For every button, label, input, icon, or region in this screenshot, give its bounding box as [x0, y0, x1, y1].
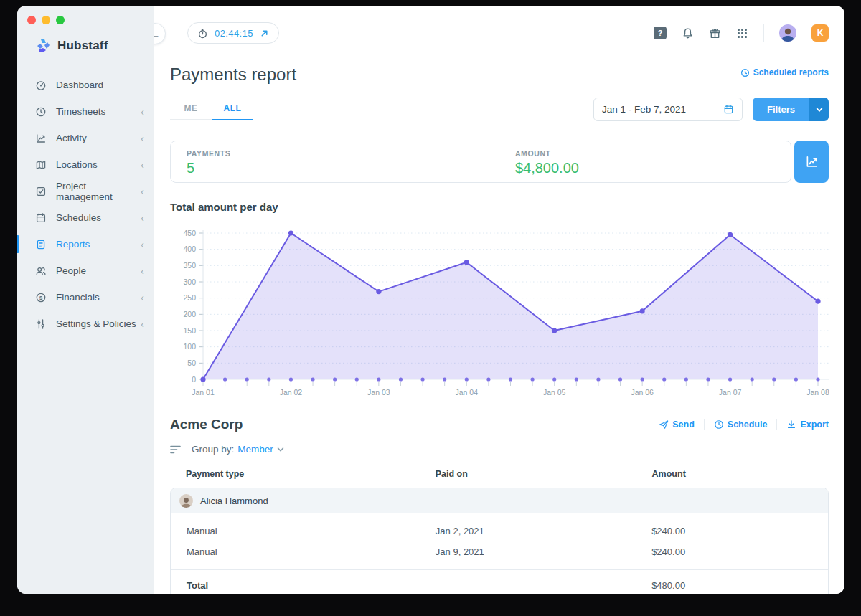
member-avatar [179, 494, 193, 508]
sidebar-item-label: Settings & Policies [56, 318, 136, 329]
brand-logo[interactable]: Hubstaff [17, 24, 154, 55]
reports-icon [35, 239, 47, 250]
chevron-left-icon: ‹ [141, 239, 144, 250]
locations-icon [35, 159, 47, 171]
table-header-row: Payment type Paid on Amount [170, 469, 829, 479]
amount-value: $4,800.00 [515, 160, 579, 176]
topbar-divider [763, 24, 764, 42]
sidebar-item-financials[interactable]: $ Financials ‹ [17, 284, 154, 311]
send-button[interactable]: Send [659, 420, 695, 430]
svg-text:Jan 01: Jan 01 [192, 388, 215, 397]
actions-divider [704, 419, 705, 430]
chart-title: Total amount per day [170, 201, 829, 213]
member-name: Alicia Hammond [200, 496, 268, 506]
svg-text:400: 400 [183, 245, 196, 253]
svg-text:Jan 04: Jan 04 [456, 388, 479, 397]
total-row: Total $480.00 [171, 570, 828, 594]
sidebar-item-dashboard[interactable]: Dashboard [17, 72, 154, 98]
sidebar-item-label: Schedules [56, 212, 101, 223]
actions-divider [776, 419, 777, 430]
apps-grid-icon[interactable] [736, 27, 748, 39]
svg-text:Jan 07: Jan 07 [719, 388, 742, 397]
people-icon [35, 265, 47, 277]
activity-icon [35, 133, 47, 144]
total-label: Total [187, 580, 436, 591]
payments-table: Alicia Hammond Manual Jan 2, 2021 $240.0… [170, 488, 829, 594]
payments-chart[interactable]: 050100150200250300350400450Jan 01Jan 02J… [170, 220, 829, 401]
organization-badge[interactable]: K [811, 24, 829, 42]
group-by-row: Group by: Member [170, 444, 829, 455]
column-header-amount: Amount [652, 469, 829, 479]
svg-text:450: 450 [183, 229, 196, 237]
line-chart-icon [805, 155, 819, 169]
cell-amount: $240.00 [651, 546, 828, 557]
chevron-left-icon: ‹ [141, 212, 144, 223]
table-row[interactable]: Manual Jan 9, 2021 $240.00 [171, 541, 828, 562]
sidebar-item-locations[interactable]: Locations ‹ [17, 151, 154, 178]
payments-value: 5 [187, 160, 499, 176]
svg-text:200: 200 [183, 310, 196, 318]
total-value: $480.00 [651, 580, 828, 591]
group-header-row[interactable]: Alicia Hammond [171, 488, 828, 513]
export-button[interactable]: Export [786, 420, 829, 430]
date-range-picker[interactable]: Jan 1 - Feb 7, 2021 [593, 98, 743, 121]
svg-text:$: $ [39, 294, 43, 300]
amount-label: AMOUNT [515, 149, 579, 158]
sidebar-item-activity[interactable]: Activity ‹ [17, 125, 154, 151]
financials-icon: $ [35, 292, 47, 303]
sidebar-item-label: Project management [56, 181, 141, 202]
column-header-paid-on: Paid on [436, 469, 652, 479]
sidebar-item-label: Timesheets [56, 106, 105, 117]
cell-amount: $240.00 [651, 526, 828, 536]
svg-text:Jan 08: Jan 08 [806, 388, 829, 397]
date-range-value: Jan 1 - Feb 7, 2021 [602, 104, 686, 115]
clock-icon [714, 420, 724, 430]
chevron-left-icon: ‹ [141, 133, 144, 143]
schedule-label: Schedule [728, 420, 768, 430]
notifications-bell-icon[interactable] [682, 27, 694, 39]
sidebar-item-label: Activity [56, 133, 87, 143]
svg-text:300: 300 [183, 278, 196, 286]
sidebar-item-label: Reports [56, 239, 90, 250]
zoom-window-button[interactable] [56, 16, 65, 24]
tab-me[interactable]: ME [170, 99, 212, 120]
chevron-left-icon: ‹ [141, 318, 144, 329]
schedule-button[interactable]: Schedule [714, 420, 768, 430]
sort-lines-icon[interactable] [170, 445, 181, 454]
dashboard-icon [35, 80, 47, 91]
sidebar-item-settings-policies[interactable]: Settings & Policies ‹ [17, 311, 154, 337]
gift-icon[interactable] [709, 27, 721, 39]
topbar: ← 02:44:15 ? [154, 6, 844, 60]
svg-text:0: 0 [192, 375, 196, 384]
hubstaff-logo-icon [34, 37, 52, 55]
sidebar-item-reports[interactable]: Reports ‹ [17, 231, 154, 257]
timer-widget[interactable]: 02:44:15 [187, 22, 279, 44]
help-icon[interactable]: ? [654, 27, 667, 39]
svg-text:Jan 06: Jan 06 [631, 388, 654, 397]
settings-icon [35, 318, 47, 330]
scheduled-reports-link[interactable]: Scheduled reports [740, 67, 829, 77]
sidebar: Hubstaff Dashboard Timesheets ‹ A [17, 6, 154, 594]
tab-all[interactable]: ALL [212, 99, 253, 120]
back-button[interactable]: ← [154, 23, 166, 44]
sidebar-item-people[interactable]: People ‹ [17, 257, 154, 284]
cell-payment-type: Manual [187, 526, 436, 536]
cell-payment-type: Manual [187, 546, 436, 557]
column-header-payment-type: Payment type [186, 469, 436, 479]
sidebar-item-timesheets[interactable]: Timesheets ‹ [17, 98, 154, 125]
filters-dropdown-button[interactable] [809, 98, 829, 121]
report-actions: Send Schedule Export [659, 419, 829, 430]
svg-text:Jan 05: Jan 05 [543, 388, 566, 397]
group-by-select[interactable]: Member [237, 444, 284, 455]
minimize-window-button[interactable] [42, 16, 50, 24]
filters-button[interactable]: Filters [753, 98, 809, 121]
user-avatar[interactable] [779, 24, 796, 42]
app-window: Hubstaff Dashboard Timesheets ‹ A [17, 6, 844, 594]
chart-toggle-button[interactable] [794, 141, 829, 183]
sidebar-item-project-management[interactable]: Project management ‹ [17, 178, 154, 204]
table-row[interactable]: Manual Jan 2, 2021 $240.00 [171, 521, 828, 541]
sidebar-item-schedules[interactable]: Schedules ‹ [17, 204, 154, 231]
page-title: Payments report [170, 65, 296, 85]
chevron-left-icon: ‹ [141, 186, 144, 196]
close-window-button[interactable] [27, 16, 36, 24]
